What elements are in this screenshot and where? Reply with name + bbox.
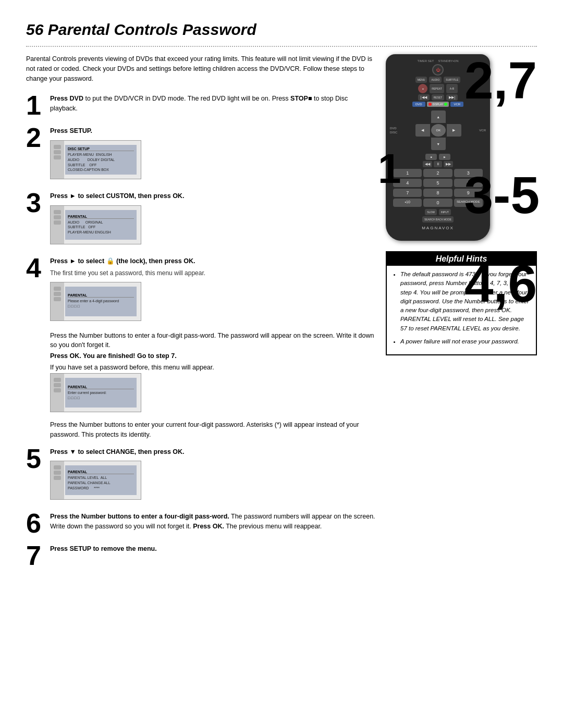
step-2-content: Press SETUP. DISC SETUP PLAYER-MENU ENGL… [50,124,375,184]
step-3-content: Press ► to select CUSTOM, then press OK.… [50,189,375,249]
dvd-label: DVD [390,127,397,130]
screen-side-panel [51,282,64,320]
dpad: ▲ ◀ OK ▶ ▼ [415,110,461,150]
dpad-left[interactable]: ◀ [415,124,430,137]
step-3: 3 Press ► to select CUSTOM, then press O… [26,189,375,249]
side-btn-3 [54,388,61,392]
num-2-button[interactable]: 2 [423,169,452,177]
step-5-number: 5 [26,445,46,472]
step-6-content: Press the Number buttons to enter a four… [50,510,375,534]
led-indicators: DISPLAY [427,102,449,107]
step-4-text: Press ► to select 🔒 (the lock), then pre… [50,256,375,266]
pause-button[interactable]: ⏸ [434,161,442,167]
step-2-number: 2 [26,124,46,151]
right-labels: VCR [479,129,486,132]
green-led [444,103,447,106]
screen-title: PARENTAL [68,385,134,389]
left-labels: DVD DISC [390,127,397,134]
screen-line-2: PARENTAL CHANGE ALL [68,480,134,486]
intro-text: Parental Controls prevents viewing of DV… [26,54,375,83]
disc-label: DISC [390,131,397,134]
screen-line-1: PARENTAL LEVEL ALL [68,475,134,480]
timer-set-label: TIMER SET [417,59,434,63]
screen-title: PARENTAL [68,470,134,474]
skip-prev-button[interactable]: |◀◀ [418,94,430,101]
ab-button[interactable]: A-B [446,84,458,93]
record-button[interactable]: ● [418,84,427,93]
screen-line-2: SUBTITLE OFF [68,225,134,230]
side-btn-2 [54,292,61,296]
side-btn-2 [54,215,61,219]
screen-side-panel [51,461,64,499]
step-4-number: 4 [26,254,46,281]
step-7-content: Press SETUP to remove the menu. [50,542,375,556]
separator-text: If you have set a password before, this … [50,364,375,371]
dpad-down[interactable]: ▼ [431,138,446,150]
num-8-button[interactable]: 8 [423,189,452,197]
side-btn-1 [54,210,61,214]
menu-button[interactable]: MENU [415,77,427,83]
side-btn-3 [54,297,61,301]
dvd-button[interactable]: DVD [412,102,425,107]
step-overlay-46: 4,6 [464,257,537,310]
screen-display: PARENTAL Please enter a 4-digit password… [65,287,137,316]
power-button[interactable]: ⏻ [432,64,444,76]
vcr-button[interactable]: VCR [450,102,463,107]
step-5-text: Press ▼ to select CHANGE, then press OK. [50,447,375,457]
audio-button[interactable]: AUDIO [429,77,442,83]
section-divider [26,46,537,47]
dpad-right[interactable]: ▶ [447,124,461,137]
step-5-content: Press ▼ to select CHANGE, then press OK.… [50,445,375,505]
side-btn-1 [54,145,61,149]
current-pw-instruction: Press the Number buttons to enter your c… [50,420,375,440]
dpad-area: DVD DISC ▲ ◀ OK ▶ ▼ [390,108,486,152]
num-0-button[interactable]: 0 [423,199,452,207]
page-container: 56 Parental Controls Password Parental C… [26,21,537,574]
dpad-up[interactable]: ▲ [431,110,446,123]
left-column: Parental Controls prevents viewing of DV… [26,54,375,574]
step-2-text: Press SETUP. [50,126,375,136]
screen-line-3: SUBTITLE OFF [68,163,134,168]
ff-button[interactable]: ▶▶ [444,161,453,167]
side-btn-1 [54,378,61,382]
skip-next-button[interactable]: ▶▶| [446,94,458,101]
num-5-button[interactable]: 5 [423,179,452,187]
screen-display: DISC SETUP PLAYER-MENU ENGLISH AUDIO DOL… [65,145,137,175]
reset-button[interactable]: RESET [432,94,445,101]
screen-line-2: AUDIO DOLBY DIGITAL [68,157,134,163]
screen-display: PARENTAL AUDIO ORIGINAL SUBTITLE OFF PLA… [65,210,137,240]
step-3-number: 3 [26,189,46,216]
step-7-text: Press SETUP to remove the menu. [50,544,375,554]
side-btn-1 [54,287,61,291]
step-1-number: 1 [26,92,46,119]
step-6-number: 6 [26,510,46,537]
play-button[interactable]: ▶ [439,154,450,160]
step-5-screen: PARENTAL PARENTAL LEVEL ALL PARENTAL CHA… [50,461,141,500]
step-3-text: Press ► to select CUSTOM, then press OK. [50,191,375,201]
screen-line-1: Enter current password: [68,390,134,396]
side-btn-2 [54,150,61,154]
separator-text-area: If you have set a password before, this … [50,364,375,417]
rew-button[interactable]: ◀◀ [423,161,432,167]
screen-line-1: PLAYER-MENU ENGLISH [68,152,134,157]
search-back-button[interactable]: SEARCH BACK MODE [422,216,454,223]
ok-button[interactable]: OK [431,124,446,137]
screen-line-1: AUDIO ORIGINAL [68,220,134,225]
step-4-screen: PARENTAL Please enter a 4-digit password… [50,282,141,321]
step-overlay-35: 3-5 [464,169,540,221]
subtitle-button[interactable]: SUBTITLE [444,77,460,83]
side-btn-2 [54,471,61,475]
step-4-extra-text: Press the Number buttons to enter a four… [50,331,375,351]
repeat-button[interactable]: REPEAT [430,84,444,93]
slow-button[interactable]: SLOW [425,209,437,215]
remote-brand: MAGNAVOX [390,226,486,230]
input-button[interactable]: INPUT [439,209,451,215]
screen-line-2: □ □ □ □ [68,396,134,401]
stop-button[interactable]: ■ [425,154,437,160]
step-overlay-27: 2,7 [464,54,537,106]
screen-line-2: □ □ □ □ [68,304,134,309]
step-7-number: 7 [26,542,46,569]
num-10-button[interactable]: •10 [393,199,422,207]
step-5: 5 Press ▼ to select CHANGE, then press O… [26,445,375,505]
side-btn-2 [54,383,61,387]
